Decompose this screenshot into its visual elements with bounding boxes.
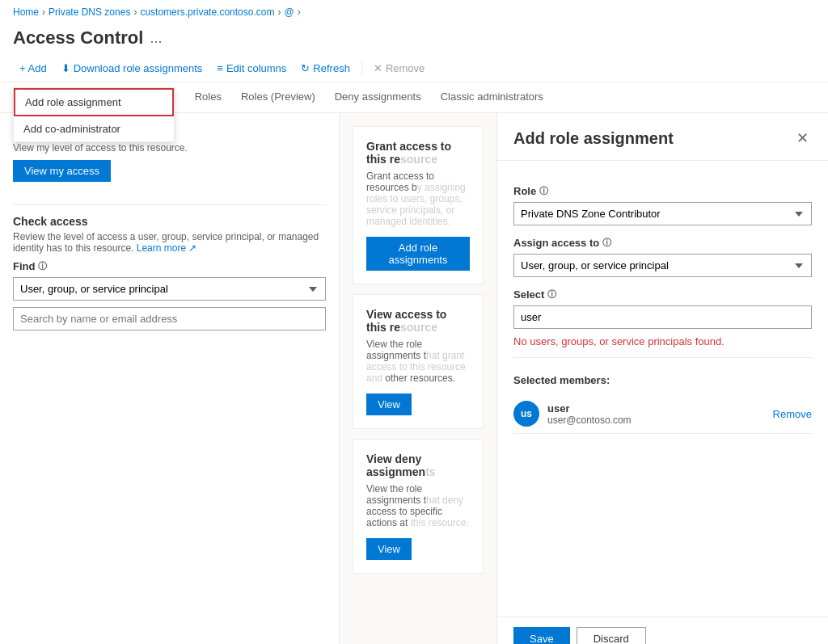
role-info-icon[interactable]: ⓘ <box>539 185 548 197</box>
breadcrumb-home[interactable]: Home <box>13 6 39 18</box>
find-label: Find ⓘ <box>13 260 326 272</box>
my-access-desc: View my level of access to this resource… <box>13 142 326 154</box>
assign-access-label: Assign access to ⓘ <box>513 237 812 249</box>
view-deny-card-title: View deny assignments <box>366 452 470 478</box>
search-input[interactable] <box>13 307 326 330</box>
grant-access-card-desc: Grant access to resources by assigning r… <box>366 170 470 227</box>
view-access-card-desc: View the role assignments that grant acc… <box>366 339 470 384</box>
edit-columns-button[interactable]: ≡ Edit columns <box>210 58 293 78</box>
toolbar-divider <box>361 61 362 77</box>
add-role-assignment-panel: Add role assignment ✕ Role ⓘ Private DNS… <box>496 113 828 644</box>
add-role-assignment-menu-item[interactable]: Add role assignment <box>14 88 174 116</box>
toolbar: + Add Add role assignment Add co-adminis… <box>0 55 828 82</box>
add-role-assignments-button[interactable]: Add role assignments <box>366 237 470 271</box>
grant-access-card: Grant access to this resource Grant acce… <box>353 126 484 284</box>
view-my-access-button[interactable]: View my access <box>13 160 111 182</box>
learn-more-link[interactable]: Learn more ↗ <box>137 242 197 254</box>
refresh-button[interactable]: ↻ Refresh <box>294 58 357 78</box>
breadcrumb-domain[interactable]: customers.private.contoso.com <box>140 6 274 18</box>
check-access-desc: Review the level of access a user, group… <box>13 231 326 254</box>
tab-deny-assignments[interactable]: Deny assignments <box>325 82 431 112</box>
discard-button[interactable]: Discard <box>577 627 646 644</box>
refresh-icon: ↻ <box>301 62 310 74</box>
left-panel: My access View my level of access to thi… <box>0 113 340 644</box>
assign-access-info-icon[interactable]: ⓘ <box>602 237 611 249</box>
breadcrumb-at[interactable]: @ <box>284 6 294 18</box>
member-email: user@contoso.com <box>547 415 765 426</box>
side-panel-footer: Save Discard <box>497 617 828 644</box>
member-remove-link[interactable]: Remove <box>773 408 812 420</box>
find-info-icon[interactable]: ⓘ <box>38 260 47 272</box>
side-panel-body: Role ⓘ Private DNS Zone Contributor Assi… <box>497 161 828 617</box>
download-button[interactable]: ⬇ Download role assignments <box>55 58 209 78</box>
side-panel-header: Add role assignment ✕ <box>497 113 828 161</box>
tab-roles-preview[interactable]: Roles (Preview) <box>231 82 325 112</box>
close-panel-button[interactable]: ✕ <box>793 126 812 150</box>
side-panel-title: Add role assignment <box>513 129 674 148</box>
selected-members-label: Selected members: <box>513 374 812 386</box>
member-info: user user@contoso.com <box>547 402 765 426</box>
download-icon: ⬇ <box>61 62 70 74</box>
view-access-card-title: View access to this resource <box>366 308 470 334</box>
grant-access-card-title: Grant access to this resource <box>366 140 470 166</box>
check-access-title: Check access <box>13 215 326 228</box>
columns-icon: ≡ <box>217 62 223 74</box>
add-button[interactable]: + Add <box>13 58 53 78</box>
add-co-admin-menu-item[interactable]: Add co-administrator <box>14 116 174 141</box>
view-access-button[interactable]: View <box>366 394 412 415</box>
assign-access-dropdown[interactable]: User, group, or service principal Manage… <box>513 254 812 277</box>
role-dropdown[interactable]: Private DNS Zone Contributor <box>513 202 812 225</box>
cards-panel: Grant access to this resource Grant acce… <box>340 113 496 644</box>
tab-roles[interactable]: Roles <box>185 82 231 112</box>
breadcrumb-dns-zones[interactable]: Private DNS zones <box>49 6 130 18</box>
save-button[interactable]: Save <box>513 627 570 644</box>
remove-button[interactable]: ✕ Remove <box>367 58 431 78</box>
view-deny-card: View deny assignments View the role assi… <box>353 439 484 574</box>
breadcrumb: Home › Private DNS zones › customers.pri… <box>0 0 828 24</box>
member-avatar: us <box>513 401 539 427</box>
panel-divider <box>13 204 326 205</box>
select-input[interactable] <box>513 305 812 329</box>
view-deny-button[interactable]: View <box>366 538 412 560</box>
view-deny-card-desc: View the role assignments that deny acce… <box>366 483 470 528</box>
main-content: My access View my level of access to thi… <box>0 113 828 644</box>
results-divider <box>513 357 812 358</box>
page-title: Access Control <box>13 27 143 48</box>
tab-classic-admin[interactable]: Classic administrators <box>431 82 553 112</box>
more-options-icon[interactable]: ... <box>150 30 162 47</box>
role-field-label: Role ⓘ <box>513 185 812 197</box>
page-header: Access Control ... <box>0 24 828 55</box>
select-field-label: Select ⓘ <box>513 288 812 301</box>
find-dropdown[interactable]: User, group, or service principal Manage… <box>13 277 326 301</box>
remove-icon: ✕ <box>374 62 382 74</box>
no-results-text: No users, groups, or service principals … <box>513 329 812 354</box>
view-access-card: View access to this resource View the ro… <box>353 294 484 429</box>
member-item: us user user@contoso.com Remove <box>513 394 812 434</box>
select-info-icon[interactable]: ⓘ <box>547 288 556 301</box>
add-dropdown-menu: Add role assignment Add co-administrator <box>13 87 175 142</box>
member-name: user <box>547 402 765 415</box>
